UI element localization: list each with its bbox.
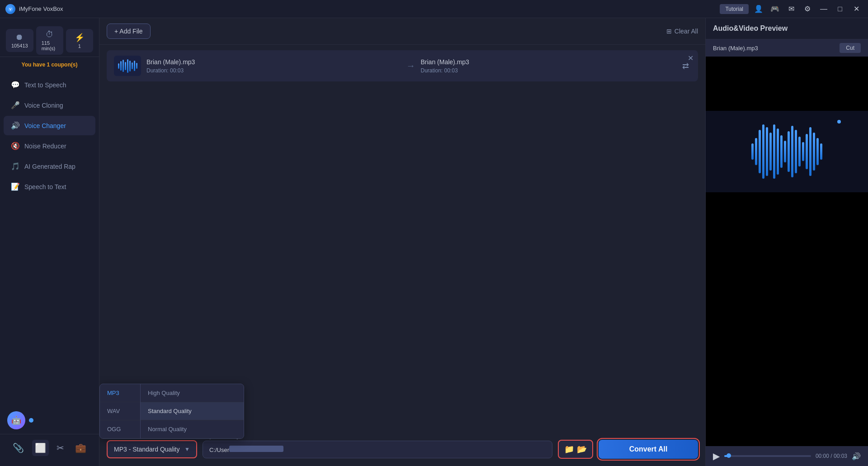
tutorial-button[interactable]: Tutorial	[720, 4, 749, 14]
sidebar-bottom-attach[interactable]: 📎	[10, 440, 27, 456]
preview-filename: Brian (Male).mp3	[713, 45, 758, 52]
file-arrow-icon: →	[406, 61, 415, 71]
sidebar-label-text-to-speech: Text to Speech	[24, 81, 66, 89]
content-area: + Add File ⊞ Clear All	[99, 18, 705, 466]
app-logo: V	[5, 4, 15, 14]
credits-value: 1	[78, 43, 81, 49]
quality-column: High Quality Standard Quality Normal Qua…	[141, 384, 244, 438]
file-input-name: Brian (Male).mp3	[146, 58, 401, 66]
sidebar-chatbot: 🤖	[0, 407, 99, 434]
preview-black-bottom	[706, 192, 868, 446]
sidebar-item-noise-reducer[interactable]: 🔇 Noise Reducer	[4, 136, 95, 156]
volume-button[interactable]: 🔊	[852, 452, 861, 461]
progress-dot	[726, 453, 731, 458]
noise-reducer-icon: 🔇	[11, 142, 20, 150]
format-column: MP3 WAV OGG	[100, 384, 141, 438]
stat-characters: ⏺ 105413	[6, 29, 33, 52]
large-waveform	[751, 124, 822, 179]
maximize-button[interactable]: □	[834, 3, 846, 15]
chatbot-avatar[interactable]: 🤖	[7, 411, 25, 429]
gamepad-icon[interactable]: 🎮	[769, 3, 781, 15]
quality-option-normal[interactable]: Normal Quality	[141, 420, 244, 438]
voice-cloning-icon: 🎤	[11, 101, 20, 109]
preview-header: Audio&Video Preview	[706, 18, 868, 39]
file-item: Brian (Male).mp3 Duration: 00:03 → Brian…	[107, 50, 698, 81]
characters-icon: ⏺	[15, 33, 24, 42]
format-option-mp3[interactable]: MP3	[100, 384, 140, 402]
sidebar-label-noise-reducer: Noise Reducer	[24, 143, 66, 150]
quality-option-high[interactable]: High Quality	[141, 384, 244, 402]
coupon-bar: You have 1 coupon(s)	[0, 59, 99, 71]
file-output-duration: Duration: 00:03	[421, 67, 675, 74]
sidebar-label-speech-to-text: Speech to Text	[24, 183, 66, 190]
preview-filename-bar: Brian (Male).mp3 Cut	[706, 39, 868, 57]
preview-title: Audio&Video Preview	[713, 24, 788, 33]
sidebar-item-text-to-speech[interactable]: 💬 Text to Speech	[4, 75, 95, 95]
sidebar-label-ai-rap: AI Generated Rap	[24, 163, 75, 170]
sidebar-label-voice-changer: Voice Changer	[24, 122, 66, 129]
ai-rap-icon: 🎵	[11, 162, 20, 171]
chatbot-notification	[29, 418, 33, 423]
app-title: iMyFone VoxBox	[19, 5, 720, 12]
close-button[interactable]: ✕	[850, 3, 863, 15]
format-option-ogg[interactable]: OGG	[100, 420, 140, 438]
format-option-wav[interactable]: WAV	[100, 402, 140, 420]
sidebar-item-speech-to-text[interactable]: 📝 Speech to Text	[4, 177, 95, 196]
file-output-info: Brian (Male).mp3 Duration: 00:03	[421, 58, 675, 74]
add-file-button[interactable]: + Add File	[107, 24, 151, 39]
sidebar-item-ai-rap[interactable]: 🎵 AI Generated Rap	[4, 157, 95, 176]
file-output-name: Brian (Male).mp3	[421, 58, 675, 66]
format-select-label: MP3 - Standard Quality	[114, 446, 181, 453]
sidebar-bottom-convert[interactable]: ⬜	[32, 440, 49, 456]
preview-controls: ▶ 00:00 / 00:03 🔊	[706, 446, 868, 466]
file-input-duration: Duration: 00:03	[146, 67, 401, 74]
voice-changer-icon: 🔊	[11, 121, 20, 130]
time-display: 00:00 / 00:03	[816, 453, 847, 459]
sidebar-bottom-cut[interactable]: ✂	[54, 440, 67, 456]
sidebar-item-voice-changer[interactable]: 🔊 Voice Changer	[4, 116, 95, 135]
bottom-controls: MP3 - Standard Quality ▼ Export History …	[107, 440, 698, 459]
waveform-mini	[118, 59, 137, 73]
browse-folder-button[interactable]: 📂	[577, 444, 587, 454]
bottom-area: MP3 WAV OGG High Quality Standard Qualit…	[99, 440, 705, 466]
clear-all-label: Clear All	[675, 28, 698, 35]
file-input-info: Brian (Male).mp3 Duration: 00:03	[146, 58, 401, 74]
stat-minutes: ⏱ 115 min(s)	[36, 26, 63, 55]
open-folder-button[interactable]: 📁	[564, 444, 574, 454]
play-button[interactable]: ▶	[713, 451, 720, 461]
clear-all-button[interactable]: ⊞ Clear All	[666, 28, 698, 35]
preview-waveform-area	[706, 111, 868, 192]
settings-icon[interactable]: ⚙	[801, 3, 814, 15]
speech-to-text-icon: 📝	[11, 182, 20, 191]
sidebar-stats: ⏺ 105413 ⏱ 115 min(s) ⚡ 1	[0, 23, 99, 57]
quality-option-standard[interactable]: Standard Quality	[141, 402, 244, 420]
main-layout: ⏺ 105413 ⏱ 115 min(s) ⚡ 1 You have 1 cou…	[0, 18, 868, 466]
progress-bar[interactable]	[724, 455, 811, 457]
format-quality-dropdown: MP3 WAV OGG High Quality Standard Qualit…	[99, 384, 244, 439]
account-icon[interactable]: 👤	[752, 3, 765, 15]
path-blurred	[229, 446, 283, 452]
file-close-button[interactable]: ✕	[688, 54, 693, 62]
sidebar-item-voice-cloning[interactable]: 🎤 Voice Cloning	[4, 95, 95, 115]
credits-icon: ⚡	[75, 33, 85, 43]
preview-video-area	[706, 57, 868, 446]
file-list: Brian (Male).mp3 Duration: 00:03 → Brian…	[99, 45, 705, 440]
sidebar-bottom: 📎 ⬜ ✂ 💼	[0, 434, 99, 461]
format-select-button[interactable]: MP3 - Standard Quality ▼	[107, 440, 197, 458]
cut-button[interactable]: Cut	[840, 43, 861, 53]
characters-value: 105413	[11, 43, 28, 48]
toolbar: + Add File ⊞ Clear All	[99, 18, 705, 45]
folder-buttons: 📁 📂	[558, 440, 593, 459]
path-prefix: C:/User	[209, 447, 229, 453]
mail-icon[interactable]: ✉	[785, 3, 797, 15]
sidebar: ⏺ 105413 ⏱ 115 min(s) ⚡ 1 You have 1 cou…	[0, 18, 99, 466]
path-area: Export History C:/User	[203, 441, 552, 458]
minutes-icon: ⏱	[46, 30, 54, 39]
minutes-value: 115 min(s)	[42, 40, 58, 51]
sidebar-bottom-tools[interactable]: 💼	[72, 440, 89, 456]
svg-text:V: V	[9, 7, 12, 11]
convert-all-button[interactable]: Convert All	[599, 440, 698, 459]
waveform-dot	[837, 120, 841, 124]
minimize-button[interactable]: —	[817, 3, 830, 15]
sidebar-nav: 💬 Text to Speech 🎤 Voice Cloning 🔊 Voice…	[0, 71, 99, 407]
